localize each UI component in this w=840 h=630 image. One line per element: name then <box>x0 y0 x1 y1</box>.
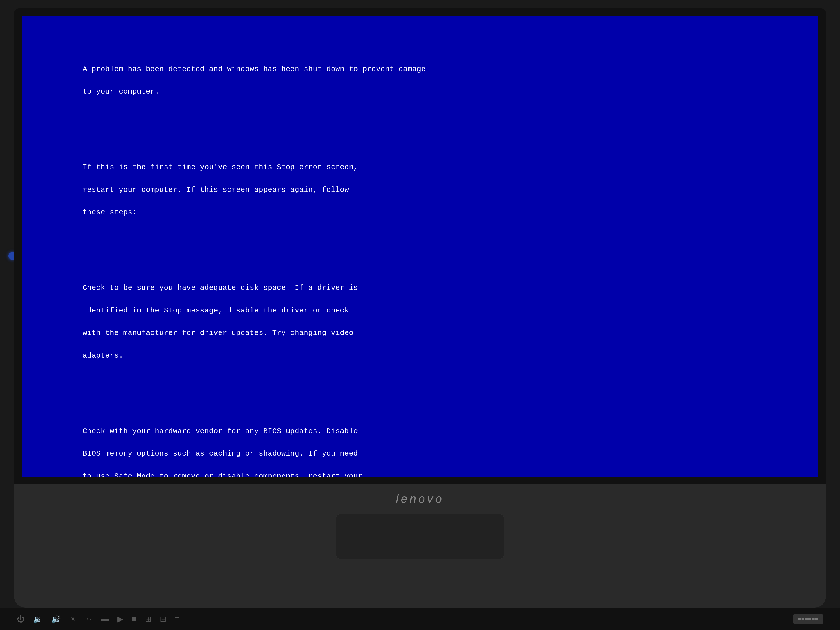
volume-down-icon: 🔉 <box>33 614 43 624</box>
status-badge: ■■■■■■ <box>793 614 823 624</box>
minimize-icon: ▬ <box>101 614 109 623</box>
bsod-line-10: with the manufacturer for driver updates… <box>83 329 354 337</box>
laptop-body: lenovo <box>14 485 826 608</box>
grid-icon: ⊟ <box>160 614 166 624</box>
bottom-taskbar: ⏻ 🔉 🔊 ☀ ↔ ▬ ▶ ■ ⊞ ⊟ ≡ ■■■■■■ <box>0 608 840 630</box>
power-icon: ⏻ <box>17 614 25 624</box>
bsod-screen: A problem has been detected and windows … <box>22 16 818 477</box>
bsod-line-8: Check to be sure you have adequate disk … <box>83 284 358 292</box>
bsod-line-9: identified in the Stop message, disable … <box>83 306 349 315</box>
bsod-line-4: If this is the first time you've seen th… <box>83 163 358 171</box>
bsod-paragraph-4: Check with your hardware vendor for any … <box>38 414 802 477</box>
bsod-line-11: adapters. <box>83 351 123 360</box>
trackpad[interactable] <box>336 514 504 559</box>
lenovo-logo: lenovo <box>396 492 444 506</box>
taskbar-left-icons: ⏻ 🔉 🔊 ☀ ↔ ▬ ▶ ■ ⊞ ⊟ ≡ <box>17 614 179 624</box>
bsod-paragraph-2: If this is the first time you've seen th… <box>38 150 802 229</box>
bsod-line-14: BIOS memory options such as caching or s… <box>83 449 358 458</box>
screen-bezel: A problem has been detected and windows … <box>14 8 826 485</box>
menu-icon: ≡ <box>175 614 179 623</box>
bsod-line-5: restart your computer. If this screen ap… <box>83 186 349 194</box>
bsod-paragraph-1: A problem has been detected and windows … <box>38 52 802 109</box>
window-icon: ⊞ <box>145 614 152 624</box>
bsod-line-2: to your computer. <box>83 87 159 96</box>
bsod-paragraph-3: Check to be sure you have adequate disk … <box>38 271 802 373</box>
volume-up-icon: 🔊 <box>51 614 61 624</box>
bsod-content: A problem has been detected and windows … <box>38 30 802 477</box>
arrow-icon: ↔ <box>85 614 93 623</box>
brightness-icon: ☀ <box>69 614 76 624</box>
play-icon: ▶ <box>117 614 123 624</box>
stop-icon: ■ <box>132 614 137 623</box>
laptop-outer: A problem has been detected and windows … <box>0 0 840 630</box>
bsod-line-15: to use Safe Mode to remove or disable co… <box>83 472 363 477</box>
taskbar-right-icons: ■■■■■■ <box>793 614 823 624</box>
bsod-line-13: Check with your hardware vendor for any … <box>83 427 358 436</box>
bsod-line-6: these steps: <box>83 208 137 216</box>
bsod-line-1: A problem has been detected and windows … <box>83 65 426 73</box>
